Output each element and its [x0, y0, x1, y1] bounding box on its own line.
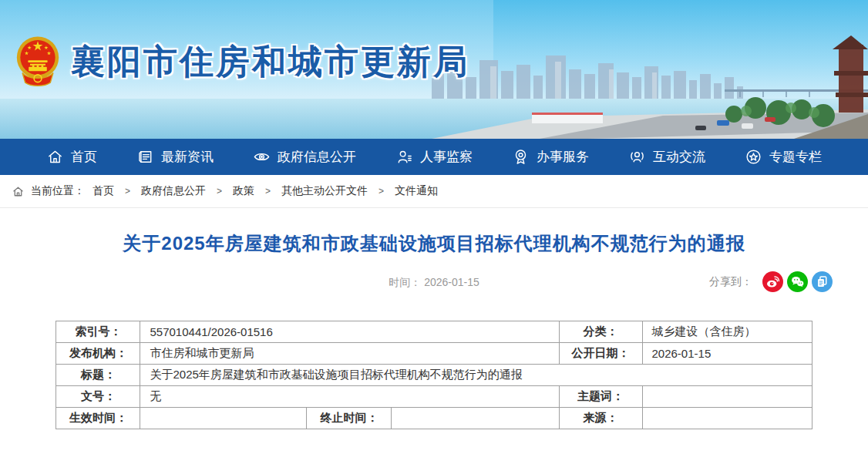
- breadcrumb-separator: >: [125, 186, 130, 197]
- nav-item-gov-info[interactable]: 政府信息公开: [253, 148, 356, 166]
- nav-item-interaction[interactable]: 互动交流: [628, 148, 705, 166]
- share-bar: 分享到：: [709, 271, 833, 292]
- china-national-emblem-icon: [15, 32, 60, 91]
- site-banner: 襄阳市住房和城市更新局: [0, 0, 868, 139]
- home-icon: [46, 148, 64, 166]
- breadcrumb-link-other-public-docs[interactable]: 其他主动公开文件: [281, 184, 368, 198]
- doc-number-label: 文号：: [56, 386, 140, 408]
- breadcrumb-link-doc-notice[interactable]: 文件通知: [395, 184, 438, 198]
- keywords-value: [642, 386, 812, 408]
- time-value: 2026-01-15: [424, 276, 479, 288]
- nav-item-services[interactable]: 办事服务: [512, 148, 589, 166]
- breadcrumb-separator: >: [265, 186, 271, 197]
- nav-item-label: 办事服务: [537, 148, 589, 166]
- site-title: 襄阳市住房和城市更新局: [71, 39, 469, 85]
- eye-icon: [253, 148, 271, 166]
- breadcrumb-link-policy[interactable]: 政策: [233, 184, 254, 198]
- copy-share-button[interactable]: [812, 271, 833, 292]
- issuing-agency-label: 发布机构：: [56, 343, 140, 365]
- nav-item-label: 最新资讯: [161, 148, 214, 166]
- table-row: 文号： 无 主题词：: [56, 386, 812, 408]
- star-circle-icon: [745, 148, 762, 166]
- article-meta: 时间：2026-01-15 分享到：: [0, 271, 868, 293]
- nav-item-label: 互动交流: [653, 148, 705, 166]
- share-label: 分享到：: [709, 275, 752, 289]
- table-row: 生效时间： 终止时间： 来源：: [56, 408, 812, 429]
- table-row: 索引号： 557010441/2026-01516 分类： 城乡建设（含住房）: [56, 321, 812, 343]
- weibo-icon: [765, 274, 781, 290]
- breadcrumb-separator: >: [217, 186, 222, 197]
- issuing-agency-value: 市住房和城市更新局: [140, 343, 559, 365]
- nav-item-personnel[interactable]: 人事监察: [395, 148, 473, 166]
- expiry-date-label: 终止时间：: [307, 408, 392, 429]
- nav-item-label: 人事监察: [420, 148, 473, 166]
- nav-item-special-topics[interactable]: 专题专栏: [745, 148, 822, 166]
- time-label: 时间：: [389, 276, 421, 288]
- copy-doc-icon: [814, 274, 830, 290]
- breadcrumb-link-home[interactable]: 首页: [93, 184, 114, 198]
- breadcrumb-location-label: 当前位置：: [31, 184, 85, 198]
- source-value: [642, 408, 812, 429]
- nav-item-label: 政府信息公开: [278, 148, 356, 166]
- breadcrumb-separator: >: [378, 186, 384, 197]
- expiry-date-value: [392, 408, 559, 429]
- article-title: 关于2025年房屋建筑和市政基础设施项目招标代理机构不规范行为的通报: [0, 231, 868, 256]
- interact-icon: [628, 148, 646, 166]
- doc-title-value: 关于2025年房屋建筑和市政基础设施项目招标代理机构不规范行为的通报: [140, 365, 812, 386]
- nav-item-home[interactable]: 首页: [46, 148, 97, 166]
- table-row: 发布机构： 市住房和城市更新局 公开日期： 2026-01-15: [56, 343, 812, 365]
- publish-date-label: 公开日期：: [559, 343, 642, 365]
- wechat-icon: [789, 274, 806, 290]
- index-number-label: 索引号：: [56, 321, 140, 343]
- breadcrumb-link-gov-info[interactable]: 政府信息公开: [141, 184, 206, 198]
- badge-icon: [512, 148, 530, 166]
- category-label: 分类：: [559, 321, 642, 343]
- effective-date-label: 生效时间：: [56, 408, 140, 429]
- breadcrumb: 当前位置： 首页 > 政府信息公开 > 政策 > 其他主动公开文件 > 文件通知: [0, 175, 868, 208]
- index-number-value: 557010441/2026-01516: [140, 321, 559, 343]
- wechat-share-button[interactable]: [787, 271, 808, 292]
- weibo-share-button[interactable]: [762, 271, 783, 292]
- news-icon: [136, 148, 154, 166]
- doc-title-label: 标题：: [56, 365, 140, 386]
- person-list-icon: [395, 148, 413, 166]
- nav-item-label: 首页: [71, 148, 97, 166]
- source-label: 来源：: [559, 408, 642, 429]
- document-info-table: 索引号： 557010441/2026-01516 分类： 城乡建设（含住房） …: [56, 321, 812, 429]
- category-value: 城乡建设（含住房）: [642, 321, 812, 343]
- keywords-label: 主题词：: [559, 386, 642, 408]
- nav-item-news[interactable]: 最新资讯: [136, 148, 214, 166]
- main-nav: 首页 最新资讯 政府信息公开 人事监察 办事服务 互动交流: [0, 139, 868, 175]
- breadcrumb-home-icon: [12, 185, 25, 198]
- publish-date-value: 2026-01-15: [642, 343, 812, 365]
- doc-number-value: 无: [140, 386, 559, 408]
- effective-date-value: [140, 408, 307, 429]
- table-row: 标题： 关于2025年房屋建筑和市政基础设施项目招标代理机构不规范行为的通报: [56, 365, 812, 386]
- nav-item-label: 专题专栏: [769, 148, 822, 166]
